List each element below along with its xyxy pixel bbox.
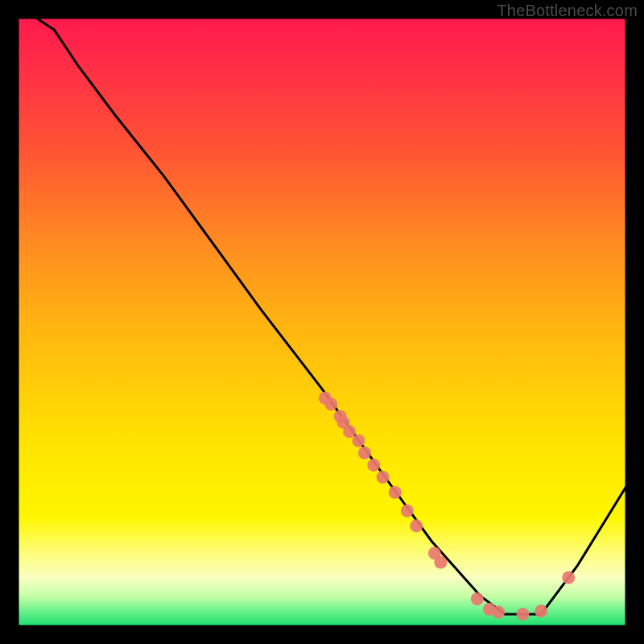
data-point	[401, 504, 414, 517]
data-point	[517, 608, 530, 621]
data-point	[358, 447, 371, 460]
chart-frame	[18, 18, 626, 626]
chart-container: TheBottleneck.com	[0, 0, 644, 644]
data-point	[434, 556, 447, 569]
markers-group	[319, 392, 575, 621]
data-point	[562, 572, 575, 584]
data-point	[367, 459, 380, 472]
data-point	[377, 471, 390, 484]
data-point	[535, 605, 547, 617]
data-point	[492, 606, 505, 619]
watermark-text: TheBottleneck.com	[497, 2, 638, 20]
data-point	[389, 486, 402, 499]
data-point	[352, 434, 365, 447]
data-point	[343, 425, 356, 438]
chart-svg-overlay	[0, 0, 644, 644]
data-point	[471, 592, 484, 605]
data-point	[324, 398, 337, 411]
curve-line	[36, 18, 626, 614]
data-point	[410, 519, 423, 532]
